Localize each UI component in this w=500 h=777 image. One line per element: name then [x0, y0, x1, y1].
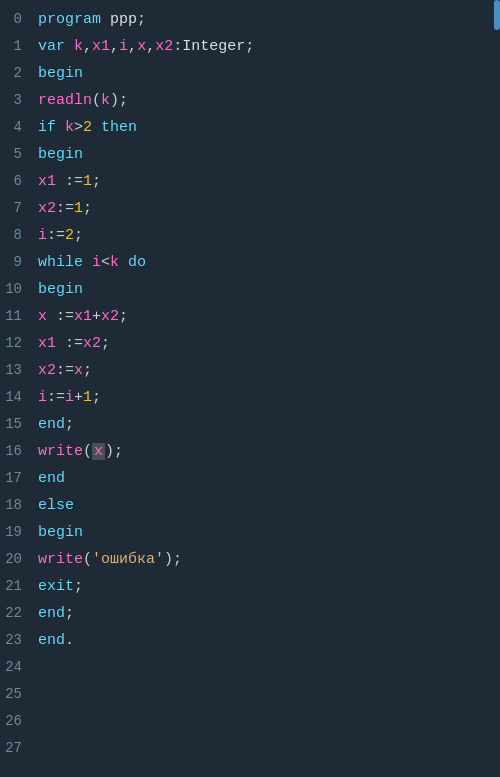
line-number: 18 — [0, 492, 30, 519]
token-plain: ; — [245, 38, 254, 55]
line-number: 2 — [0, 60, 30, 87]
code-line: exit; — [38, 573, 500, 600]
token-plain: ( — [92, 92, 101, 109]
code-area: program ppp;var k,x1,i,x,x2:Integer;begi… — [30, 0, 500, 777]
code-line: var k,x1,i,x,x2:Integer; — [38, 33, 500, 60]
line-number: 25 — [0, 681, 30, 708]
line-number: 8 — [0, 222, 30, 249]
code-line: end. — [38, 627, 500, 654]
line-numbers: 0123456789101112131415161718192021222324… — [0, 0, 30, 777]
code-line: else — [38, 492, 500, 519]
line-number: 6 — [0, 168, 30, 195]
token-varname: k — [74, 38, 83, 55]
token-varname: x2 — [155, 38, 173, 55]
line-number: 23 — [0, 627, 30, 654]
code-line — [38, 654, 500, 681]
token-kw: var — [38, 38, 65, 55]
code-line: end; — [38, 600, 500, 627]
token-varname: x1 — [38, 335, 56, 352]
token-kw: else — [38, 497, 74, 514]
token-plain: := — [47, 308, 74, 325]
token-plain — [101, 11, 110, 28]
code-line: readln(k); — [38, 87, 500, 114]
token-plain: ; — [137, 11, 146, 28]
token-kw: begin — [38, 524, 83, 541]
code-line — [38, 681, 500, 708]
token-plain: ; — [92, 173, 101, 190]
token-kw: end — [38, 632, 65, 649]
line-number: 11 — [0, 303, 30, 330]
code-editor: 0123456789101112131415161718192021222324… — [0, 0, 500, 777]
token-plain: + — [74, 389, 83, 406]
token-plain — [83, 254, 92, 271]
line-number: 17 — [0, 465, 30, 492]
line-number: 1 — [0, 33, 30, 60]
scrollbar[interactable] — [494, 0, 500, 777]
token-plain: < — [101, 254, 110, 271]
code-line: i:=2; — [38, 222, 500, 249]
token-kw: program — [38, 11, 101, 28]
token-kw: do — [128, 254, 146, 271]
token-plain: , — [146, 38, 155, 55]
token-num: 1 — [83, 389, 92, 406]
token-varname: x — [38, 308, 47, 325]
line-number: 9 — [0, 249, 30, 276]
line-number: 15 — [0, 411, 30, 438]
token-plain — [56, 119, 65, 136]
scrollbar-thumb[interactable] — [494, 0, 500, 30]
token-num: 1 — [74, 200, 83, 217]
code-line: x1 :=1; — [38, 168, 500, 195]
token-varname: i — [38, 389, 47, 406]
line-number: 27 — [0, 735, 30, 762]
token-plain — [65, 38, 74, 55]
token-kw2: write — [38, 443, 83, 460]
token-varname: x2 — [83, 335, 101, 352]
token-ident: ppp — [110, 11, 137, 28]
token-plain: ; — [74, 227, 83, 244]
line-number: 7 — [0, 195, 30, 222]
token-plain — [119, 254, 128, 271]
token-plain: . — [65, 632, 74, 649]
line-number: 14 — [0, 384, 30, 411]
token-plain: : — [173, 38, 182, 55]
line-number: 12 — [0, 330, 30, 357]
code-line: i:=i+1; — [38, 384, 500, 411]
line-number: 10 — [0, 276, 30, 303]
token-varname: x — [137, 38, 146, 55]
token-varname: i — [38, 227, 47, 244]
token-plain: , — [83, 38, 92, 55]
token-plain: ) — [105, 443, 114, 460]
token-plain: , — [110, 38, 119, 55]
token-plain: ; — [65, 416, 74, 433]
code-line: write('ошибка'); — [38, 546, 500, 573]
token-plain: ( — [83, 551, 92, 568]
code-line: begin — [38, 519, 500, 546]
token-plain: > — [74, 119, 83, 136]
code-line — [38, 735, 500, 762]
token-kw: while — [38, 254, 83, 271]
code-line: begin — [38, 141, 500, 168]
token-plain: ; — [92, 389, 101, 406]
token-varname: x2 — [101, 308, 119, 325]
code-line — [38, 708, 500, 735]
code-line: begin — [38, 276, 500, 303]
token-varname: x2 — [38, 362, 56, 379]
token-varname: x1 — [92, 38, 110, 55]
line-number: 5 — [0, 141, 30, 168]
token-kw: begin — [38, 146, 83, 163]
line-number: 13 — [0, 357, 30, 384]
line-number: 0 — [0, 6, 30, 33]
token-kw: begin — [38, 65, 83, 82]
token-plain: ); — [164, 551, 182, 568]
code-line: if k>2 then — [38, 114, 500, 141]
code-line: x :=x1+x2; — [38, 303, 500, 330]
code-line: end; — [38, 411, 500, 438]
token-kw: then — [101, 119, 137, 136]
code-line: program ppp; — [38, 6, 500, 33]
token-varname: x1 — [74, 308, 92, 325]
token-plain: := — [47, 227, 65, 244]
token-varname: k — [110, 254, 119, 271]
token-plain: ); — [110, 92, 128, 109]
code-line: while i<k do — [38, 249, 500, 276]
token-plain: , — [128, 38, 137, 55]
